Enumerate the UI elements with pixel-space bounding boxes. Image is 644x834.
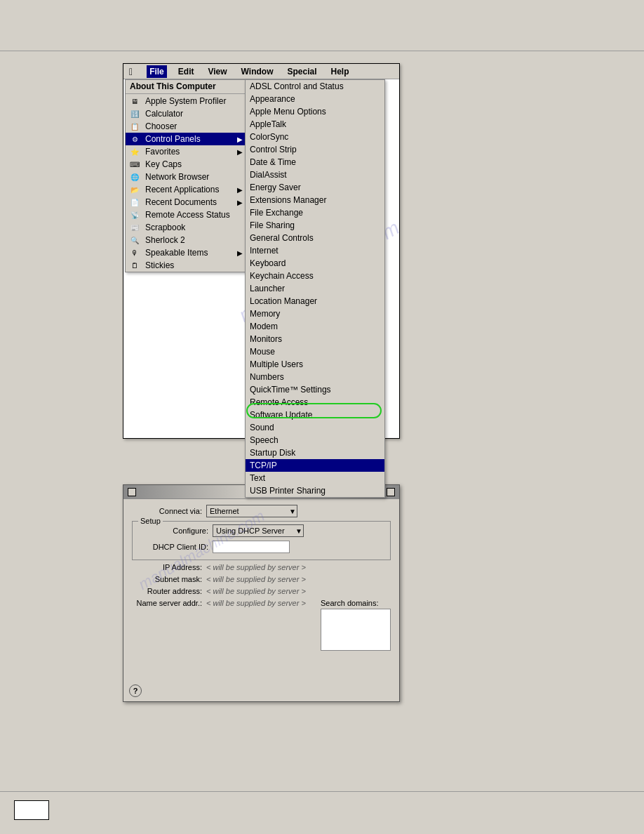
- cp-keychain-access[interactable]: Keychain Access: [246, 270, 384, 282]
- apple-menu-profiler[interactable]: 🖥 Apple System Profiler: [126, 95, 247, 107]
- ip-address-row: IP Address: < will be supplied by server…: [132, 563, 391, 571]
- about-this-computer[interactable]: About This Computer: [126, 80, 247, 93]
- subnet-mask-value: < will be supplied by server >: [206, 575, 306, 583]
- dhcp-client-id-label: DHCP Client ID:: [138, 543, 208, 551]
- apple-menu-remote-access[interactable]: 📡 Remote Access Status: [126, 208, 247, 221]
- apple-dropdown: About This Computer 🖥 Apple System Profi…: [125, 79, 248, 272]
- dialog-bottom: ?: [129, 684, 142, 697]
- recent-apps-icon: 📂: [128, 184, 141, 195]
- apple-menu-chooser[interactable]: 📋 Chooser: [126, 120, 247, 133]
- help-button[interactable]: ?: [129, 684, 142, 697]
- special-menu[interactable]: Special: [285, 65, 320, 78]
- scrapbook-icon: 📰: [128, 222, 141, 233]
- cp-numbers[interactable]: Numbers: [246, 371, 384, 383]
- apple-menu-speakable[interactable]: 🎙 Speakable Items ▶: [126, 246, 247, 259]
- calculator-icon: 🔢: [128, 108, 141, 119]
- cp-text[interactable]: Text: [246, 472, 384, 484]
- submenu-arrow: ▶: [237, 186, 243, 194]
- submenu-arrow: ▶: [237, 148, 243, 156]
- connect-via-select[interactable]: Ethernet PPP AirPort: [206, 505, 297, 517]
- cp-dialassist[interactable]: DialAssist: [246, 168, 384, 181]
- apple-menu-recent-docs[interactable]: 📄 Recent Documents ▶: [126, 196, 247, 208]
- cp-energy-saver[interactable]: Energy Saver: [246, 181, 384, 194]
- help-menu[interactable]: Help: [328, 65, 352, 78]
- screenshot1-mac-menu:  File Edit View Window Special Help Abo…: [123, 63, 400, 439]
- subnet-mask-label: Subnet mask:: [132, 575, 202, 583]
- dialog-zoom-box[interactable]: [387, 488, 395, 496]
- cp-date-time[interactable]: Date & Time: [246, 156, 384, 168]
- name-server-value: < will be supplied by server >: [206, 599, 306, 607]
- cp-launcher[interactable]: Launcher: [246, 282, 384, 295]
- cp-tcpip[interactable]: TCP/IP: [246, 459, 384, 472]
- cp-file-exchange[interactable]: File Exchange: [246, 206, 384, 219]
- cp-sound[interactable]: Sound: [246, 421, 384, 434]
- cp-extensions-manager[interactable]: Extensions Manager: [246, 194, 384, 206]
- cp-keyboard[interactable]: Keyboard: [246, 257, 384, 270]
- setup-group: Setup Configure: Using DHCP Server Manua…: [132, 521, 391, 560]
- apple-menu-stickies[interactable]: 🗒 Stickies: [126, 259, 247, 272]
- router-address-label: Router address:: [132, 587, 202, 595]
- cp-software-update[interactable]: Software Update: [246, 409, 384, 421]
- apple-menu-favorites[interactable]: ⭐ Favorites ▶: [126, 145, 247, 158]
- apple-menu-network-browser[interactable]: 🌐 Network Browser: [126, 171, 247, 183]
- cp-appletalk[interactable]: AppleTalk: [246, 118, 384, 131]
- cp-appearance[interactable]: Appearance: [246, 93, 384, 105]
- apple-menu-scrapbook[interactable]: 📰 Scrapbook: [126, 221, 247, 234]
- sherlock-icon: 🔍: [128, 234, 141, 246]
- cp-file-sharing[interactable]: File Sharing: [246, 219, 384, 232]
- apple-menu-control-panels[interactable]: ⚙ Control Panels ▶: [126, 133, 247, 145]
- cp-general-controls[interactable]: General Controls: [246, 232, 384, 244]
- configure-wrapper: Using DHCP Server Manually Using BootP U…: [213, 524, 304, 537]
- cp-speech[interactable]: Speech: [246, 434, 384, 446]
- setup-group-label: Setup: [138, 517, 163, 525]
- dialog-body: Connect via: Ethernet PPP AirPort ▼ Setu…: [123, 499, 399, 660]
- recent-docs-icon: 📄: [128, 197, 141, 208]
- configure-row: Configure: Using DHCP Server Manually Us…: [138, 524, 384, 537]
- cp-apple-menu-options[interactable]: Apple Menu Options: [246, 105, 384, 118]
- cp-control-strip[interactable]: Control Strip: [246, 143, 384, 156]
- edit-menu[interactable]: Edit: [175, 65, 197, 78]
- window-menu[interactable]: Window: [239, 65, 276, 78]
- dialog-close-box[interactable]: [128, 488, 136, 496]
- cp-modem[interactable]: Modem: [246, 320, 384, 333]
- search-domains-box[interactable]: [321, 609, 391, 651]
- apple-menu-recent-apps[interactable]: 📂 Recent Applications ▶: [126, 183, 247, 196]
- connect-via-row: Connect via: Ethernet PPP AirPort ▼: [132, 505, 391, 517]
- submenu-arrow: ▶: [237, 135, 243, 143]
- configure-select[interactable]: Using DHCP Server Manually Using BootP U…: [213, 524, 304, 537]
- page-number-box: [14, 800, 49, 820]
- cp-memory[interactable]: Memory: [246, 307, 384, 320]
- cp-internet[interactable]: Internet: [246, 244, 384, 257]
- cp-adsl[interactable]: ADSL Control and Status: [246, 80, 384, 93]
- network-icon: 🌐: [128, 171, 141, 183]
- router-address-value: < will be supplied by server >: [206, 587, 306, 595]
- submenu-arrow: ▶: [237, 249, 243, 257]
- divider: [126, 93, 247, 94]
- apple-menu-keycaps[interactable]: ⌨ Key Caps: [126, 158, 247, 171]
- submenu-arrow: ▶: [237, 199, 243, 206]
- ip-address-value: < will be supplied by server >: [206, 563, 306, 571]
- cp-startup-disk[interactable]: Startup Disk: [246, 446, 384, 459]
- apple-menu-sherlock[interactable]: 🔍 Sherlock 2: [126, 234, 247, 246]
- cp-multiple-users[interactable]: Multiple Users: [246, 358, 384, 371]
- cp-mouse[interactable]: Mouse: [246, 345, 384, 358]
- dhcp-client-id-input[interactable]: [213, 541, 290, 553]
- top-rule: [0, 51, 644, 51]
- apple-menu-calculator[interactable]: 🔢 Calculator: [126, 107, 247, 120]
- view-menu[interactable]: View: [205, 65, 229, 78]
- cp-monitors[interactable]: Monitors: [246, 333, 384, 345]
- subnet-mask-row: Subnet mask: < will be supplied by serve…: [132, 575, 391, 583]
- cp-location-manager[interactable]: Location Manager: [246, 295, 384, 307]
- cp-quicktime-settings[interactable]: QuickTime™ Settings: [246, 383, 384, 396]
- remote-icon: 📡: [128, 209, 141, 220]
- keycaps-icon: ⌨: [128, 159, 141, 170]
- cp-usb-printer-sharing[interactable]: USB Printer Sharing: [246, 484, 384, 497]
- cp-colorsync[interactable]: ColorSync: [246, 131, 384, 143]
- speakable-icon: 🎙: [128, 247, 141, 258]
- control-panels-icon: ⚙: [128, 133, 141, 145]
- apple-menu-button[interactable]: : [126, 65, 135, 79]
- name-server-row: Name server addr.: < will be supplied by…: [132, 599, 391, 651]
- tcpip-dialog: TCP/IP Connect via: Ethernet PPP AirPort…: [123, 484, 400, 702]
- file-menu[interactable]: File: [147, 65, 167, 78]
- cp-remote-access[interactable]: Remote Access: [246, 396, 384, 409]
